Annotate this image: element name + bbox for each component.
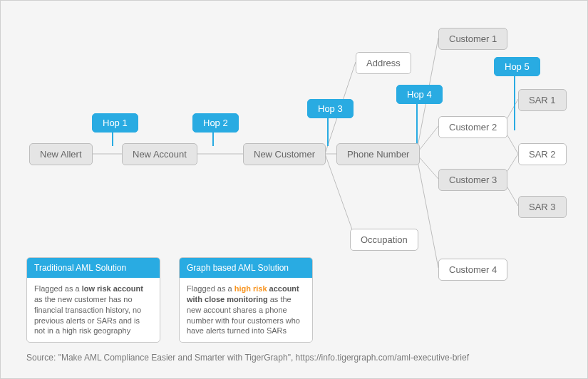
node-new-customer: New Customer [243, 143, 326, 165]
hop-5: Hop 5 [494, 57, 540, 76]
node-sar-3: SAR 3 [518, 196, 567, 218]
hop2-connector [212, 132, 214, 146]
callout-traditional-title: Traditional AML Solution [27, 258, 160, 278]
hop-4: Hop 4 [396, 85, 443, 104]
callout-traditional-body: Flagged as a low risk account as the new… [27, 278, 160, 342]
node-customer-4: Customer 4 [438, 259, 507, 281]
callout-graph-body: Flagged as a high risk account with clos… [180, 278, 312, 342]
node-address: Address [356, 52, 411, 74]
callout-graph-title: Graph based AML Solution [180, 258, 312, 278]
hop5-connector [514, 76, 515, 130]
diagram-frame: New Allert New Account New Customer Addr… [0, 0, 588, 379]
hop-2: Hop 2 [192, 113, 239, 133]
hop-1: Hop 1 [92, 113, 138, 133]
node-occupation: Occupation [350, 229, 418, 251]
svg-line-4 [325, 154, 356, 239]
hop4-connector [416, 103, 418, 146]
node-customer-3: Customer 3 [438, 169, 507, 191]
node-new-account: New Account [122, 143, 197, 165]
svg-line-8 [416, 154, 438, 268]
source-citation: Source: "Make AML Compliance Easier and … [26, 353, 469, 363]
node-customer-1: Customer 1 [438, 28, 507, 50]
node-sar-2: SAR 2 [518, 143, 567, 165]
hop-3: Hop 3 [307, 99, 354, 118]
node-sar-1: SAR 1 [518, 89, 567, 111]
callout-traditional: Traditional AML Solution Flagged as a lo… [26, 257, 160, 343]
hop3-connector [327, 118, 329, 146]
hop1-connector [112, 132, 113, 146]
node-phone-number: Phone Number [336, 143, 420, 165]
callout-graph: Graph based AML Solution Flagged as a hi… [179, 257, 313, 343]
node-new-alert: New Allert [29, 143, 93, 165]
node-customer-2: Customer 2 [438, 116, 507, 138]
